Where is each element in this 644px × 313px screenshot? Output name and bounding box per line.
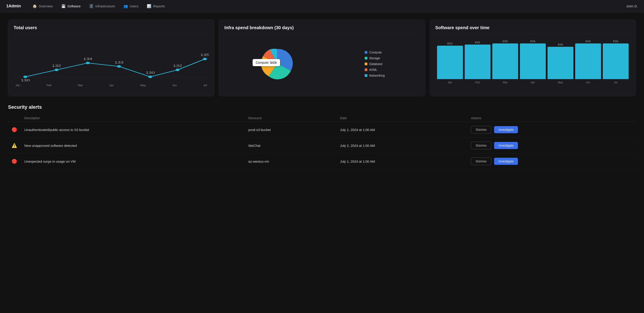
alert-icon-0: 🔴: [12, 127, 17, 132]
nav-software-label: Software: [68, 4, 81, 8]
investigate-button-2[interactable]: Investigate: [494, 158, 518, 165]
bar-rect-apr: [520, 44, 546, 79]
legend-storage-label: Storage: [369, 56, 380, 60]
alert-resource-2: az-westus-vm: [245, 154, 336, 169]
svg-point-6: [176, 68, 180, 71]
security-alerts-section: Security alerts Description Resource Dat…: [8, 104, 636, 169]
svg-point-4: [117, 65, 121, 68]
alert-actions-2: Dismiss Investigate: [467, 154, 636, 169]
bar-col-jul: $33k Jul: [603, 40, 629, 84]
bar-label-bottom-feb: Feb: [475, 81, 480, 84]
software-spend-chart: $31k Jan $32k Feb $33k Mar $33k Apr $30k…: [435, 37, 630, 91]
total-users-chart: 130 132 134 133 130 132 135 Jan Feb Mar …: [14, 37, 209, 91]
bar-rect-jun: [575, 44, 601, 79]
alert-description-2: Unexpected surge in usage on VM: [21, 154, 245, 169]
th-actions: Actions: [467, 114, 636, 122]
svg-point-2: [54, 68, 58, 71]
dismiss-button-0[interactable]: Dismiss: [471, 126, 491, 134]
pie-section: Compute: $40k Compute Storage Database: [224, 37, 420, 91]
alert-actions-0: Dismiss Investigate: [467, 122, 636, 138]
investigate-button-1[interactable]: Investigate: [494, 142, 518, 149]
infrastructure-icon: 🗄️: [89, 4, 94, 8]
svg-text:130: 130: [21, 78, 30, 82]
alert-icon-cell-0: 🔴: [8, 122, 21, 138]
alert-date-0: July 1, 2024 at 1:00 AM: [336, 122, 467, 138]
svg-text:132: 132: [52, 64, 61, 68]
dismiss-button-1[interactable]: Dismiss: [471, 142, 491, 149]
nav-infrastructure-label: Infrastructure: [95, 4, 115, 8]
svg-text:135: 135: [200, 53, 209, 56]
alert-resource-1: WeChat: [245, 138, 336, 154]
infra-spend-title: Infra spend breakdown (30 days): [224, 25, 420, 34]
svg-point-5: [148, 76, 152, 78]
x-jul: Jul: [204, 84, 207, 87]
x-mar: Mar: [78, 84, 83, 87]
bar-label-top-feb: $32k: [475, 41, 480, 44]
investigate-button-0[interactable]: Investigate: [494, 126, 518, 133]
nav-overview[interactable]: 🏠 Overview: [29, 2, 56, 10]
alert-actions-1: Dismiss Investigate: [467, 138, 636, 154]
security-alerts-title: Security alerts: [8, 104, 636, 110]
bar-label-bottom-mar: Mar: [503, 81, 508, 84]
x-feb: Feb: [46, 84, 52, 87]
nav-software[interactable]: 💾 Software: [58, 2, 84, 10]
bar-label-bottom-jan: Jan: [448, 81, 452, 84]
users-icon: 👥: [124, 4, 128, 8]
pie-chart-svg: [259, 46, 295, 81]
bar-col-feb: $32k Feb: [465, 41, 490, 84]
overview-icon: 🏠: [32, 4, 37, 8]
th-resource: Resource: [245, 114, 336, 122]
x-apr: Apr: [110, 84, 114, 87]
user-display: John D.: [626, 4, 638, 8]
line-chart-x-axis: Jan Feb Mar Apr May Jun Jul: [14, 83, 209, 87]
alert-icon-2: 🔴: [12, 159, 17, 164]
svg-text:134: 134: [83, 57, 92, 60]
legend-compute: Compute: [365, 50, 385, 54]
bar-col-jun: $33k Jun: [575, 40, 601, 84]
nav-items: 🏠 Overview 💾 Software 🗄️ Infrastructure …: [29, 2, 626, 10]
legend-networking-label: Networking: [369, 74, 385, 77]
line-chart-svg: 130 132 134 133 130 132 135: [14, 37, 209, 82]
alert-date-2: July 1, 2024 at 1:00 AM: [336, 154, 467, 169]
infra-spend-card: Infra spend breakdown (30 days): [219, 20, 425, 96]
compute-dot: [365, 51, 367, 54]
alert-icon-cell-2: 🔴: [8, 154, 21, 169]
nav-reports[interactable]: 📊 Reports: [143, 2, 168, 10]
main-content: Total users: [0, 12, 644, 176]
pie-legend: Compute Storage Database AI/ML: [365, 50, 385, 77]
svg-point-3: [86, 62, 90, 64]
nav-infrastructure[interactable]: 🗄️ Infrastructure: [86, 2, 118, 10]
bar-rect-feb: [465, 44, 490, 79]
th-icon: [8, 114, 21, 122]
alerts-table: Description Resource Date Actions 🔴 Unau…: [8, 114, 636, 169]
bar-rect-jan: [437, 46, 463, 79]
bar-col-may: $30k May: [548, 43, 574, 84]
nav-users[interactable]: 👥 Users: [120, 2, 142, 10]
svg-point-1: [24, 76, 28, 78]
table-row: 🔴 Unexpected surge in usage on VM az-wes…: [8, 154, 636, 169]
software-icon: 💾: [61, 4, 66, 8]
database-dot: [365, 62, 367, 65]
aiml-dot: [365, 68, 367, 71]
bar-label-bottom-may: May: [558, 81, 563, 84]
legend-aiml-label: AI/ML: [369, 68, 377, 72]
total-users-title: Total users: [14, 25, 209, 34]
bar-col-apr: $33k Apr: [520, 40, 546, 84]
svg-text:133: 133: [114, 60, 124, 64]
dismiss-button-2[interactable]: Dismiss: [471, 158, 491, 165]
bar-label-top-mar: $33k: [502, 40, 508, 42]
software-spend-title: Software spend over time: [435, 25, 630, 34]
pie-wrap: Compute: $40k: [259, 46, 295, 82]
reports-icon: 📊: [147, 4, 151, 8]
alert-date-1: July 2, 2024 at 1:00 AM: [336, 138, 467, 154]
bar-rect-jul: [603, 44, 629, 79]
bar-label-bottom-jun: Jun: [586, 81, 590, 84]
x-jan: Jan: [15, 84, 20, 87]
bar-label-top-jul: $33k: [613, 40, 618, 42]
software-spend-card: Software spend over time $31k Jan $32k F…: [430, 20, 636, 96]
alerts-header: Description Resource Date Actions: [8, 114, 636, 122]
bar-col-jan: $31k Jan: [437, 42, 463, 84]
alert-icon-cell-1: ⚠️: [8, 138, 21, 154]
legend-networking: Networking: [365, 74, 385, 77]
alert-resource-0: prod-s3-bucket: [245, 122, 336, 138]
